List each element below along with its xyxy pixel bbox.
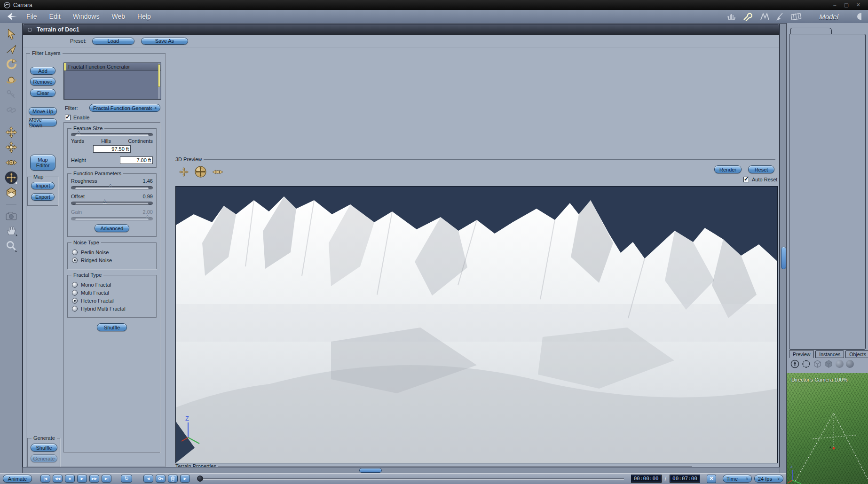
doc-titlebar[interactable]: Terrain of Doc1 [23, 24, 779, 35]
end-time-field[interactable]: 00:07:00 [670, 475, 700, 483]
h-splitter-handle[interactable] [359, 468, 382, 473]
panel-drawer-handle[interactable] [857, 13, 861, 20]
tab-preview[interactable]: Preview [789, 350, 814, 358]
move-dart-icon[interactable] [4, 42, 18, 56]
menu-windows[interactable]: Windows [73, 13, 100, 20]
track-camera-icon[interactable] [4, 171, 18, 185]
clear-layers-button[interactable]: Clear [30, 89, 55, 97]
scrubber-track[interactable] [197, 478, 624, 479]
select-arrow-icon[interactable] [4, 27, 18, 41]
fast-forward-button[interactable]: ▶▶ [89, 475, 99, 483]
enable-filter-checkbox[interactable] [65, 115, 71, 120]
shuffle-button[interactable]: Shuffle [97, 323, 127, 331]
reference-box-icon[interactable] [4, 186, 18, 200]
horizontal-splitter[interactable] [23, 467, 780, 473]
model-wrench-icon[interactable] [742, 12, 754, 21]
generate-button[interactable]: Generate [31, 454, 57, 462]
orbit-preview-icon[interactable] [178, 166, 189, 178]
close-timeline-icon[interactable]: ✕ [707, 475, 716, 483]
collapse-dot-icon[interactable] [28, 28, 32, 32]
render-brush-icon[interactable] [775, 12, 785, 21]
height-field[interactable]: 7.00 ft [120, 156, 153, 164]
add-keyframe-button[interactable] [156, 475, 166, 483]
time-scrubber[interactable] [197, 475, 624, 482]
map-export-button[interactable]: Export [31, 193, 55, 201]
bank-camera-icon[interactable] [4, 156, 18, 170]
mono-fractal-option[interactable]: Mono Fractal [72, 282, 152, 288]
loop-button[interactable]: ↻ [121, 475, 132, 483]
pan-camera-icon[interactable] [4, 125, 18, 140]
play-button[interactable]: ▶ [77, 475, 87, 483]
menu-web[interactable]: Web [111, 13, 125, 20]
remove-layer-button[interactable]: Remove [30, 78, 55, 86]
camera-up-icon[interactable] [790, 359, 799, 368]
filter-type-dropdown[interactable]: Fractal Function Generator » [89, 104, 160, 112]
next-key-button[interactable]: ▶ [180, 475, 190, 483]
vertical-splitter[interactable] [780, 24, 786, 473]
key-tool-icon[interactable] [4, 87, 18, 101]
ridged-noise-radio[interactable] [72, 258, 78, 263]
menu-edit[interactable]: Edit [49, 13, 61, 20]
orbit-mode-icon[interactable] [802, 359, 811, 368]
fps-dropdown[interactable]: 24 fps » [754, 475, 783, 483]
sequencer-film-icon[interactable] [790, 12, 802, 21]
hetero-fractal-radio[interactable] [72, 298, 78, 304]
auto-reset-checkbox[interactable] [743, 177, 749, 182]
zoom-preview-icon[interactable] [212, 168, 224, 176]
maximize-icon[interactable]: ▢ [844, 2, 848, 8]
pan-preview-icon[interactable] [194, 165, 207, 178]
advanced-button[interactable]: Advanced [95, 224, 129, 232]
map-editor-button[interactable]: Map Editor [30, 155, 55, 171]
mono-fractal-radio[interactable] [72, 282, 78, 288]
rotate-icon[interactable] [4, 57, 18, 71]
render-button[interactable]: Render [714, 165, 742, 173]
generate-shuffle-button[interactable]: Shuffle [31, 444, 57, 452]
scrubber-knob[interactable] [197, 476, 203, 482]
assemble-hand-icon[interactable] [726, 12, 737, 21]
move-up-button[interactable]: Move Up [29, 107, 57, 115]
move-down-button[interactable]: Move Down [29, 118, 57, 126]
camera-tool-icon[interactable] [4, 209, 18, 223]
close-icon[interactable]: ✕ [856, 2, 860, 8]
go-end-button[interactable]: ▶| [102, 475, 111, 483]
terrain-3d-viewport[interactable]: Z [175, 186, 778, 463]
preset-save-as-button[interactable]: Save As [141, 38, 188, 45]
menu-help[interactable]: Help [137, 13, 151, 20]
menu-file[interactable]: File [26, 13, 37, 20]
perlin-noise-radio[interactable] [72, 250, 78, 255]
previous-key-button[interactable]: ◀ [143, 475, 153, 483]
delete-keyframe-button[interactable] [168, 475, 178, 483]
add-layer-button[interactable]: Add [30, 67, 55, 75]
dolly-camera-icon[interactable] [4, 141, 18, 155]
scale-orbit-icon[interactable] [4, 72, 18, 86]
hand-tool-icon[interactable] [4, 224, 18, 238]
hybrid-multi-fractal-option[interactable]: Hybrid Multi Fractal [72, 306, 152, 312]
hybrid-multi-fractal-radio[interactable] [72, 306, 78, 312]
wireframe-cube-icon[interactable] [813, 359, 822, 368]
zoom-tool-icon[interactable] [4, 239, 18, 253]
tab-objects[interactable]: Objects [845, 350, 868, 358]
hetero-fractal-option[interactable]: Hetero Fractal [72, 298, 152, 304]
camera-preview[interactable]: Z Director's Camera 100% [787, 373, 868, 484]
layer-list-item[interactable]: Fractal Function Generator [64, 63, 161, 71]
perlin-noise-option[interactable]: Perlin Noise [72, 250, 152, 255]
animate-button[interactable]: Animate [3, 475, 32, 483]
minimize-icon[interactable]: – [833, 2, 836, 8]
roughness-slider[interactable]: △ [71, 186, 153, 189]
go-start-button[interactable]: |◀ [40, 475, 50, 483]
reset-button[interactable]: Reset [748, 165, 774, 173]
stop-button[interactable]: ■ [65, 475, 75, 483]
feature-size-field[interactable]: 97.50 ft [93, 145, 131, 153]
feature-size-slider[interactable]: △ [71, 133, 153, 136]
layer-list[interactable]: Fractal Function Generator [63, 62, 161, 100]
preset-load-button[interactable]: Load [92, 38, 134, 45]
map-import-button[interactable]: Import [31, 182, 55, 189]
multi-fractal-option[interactable]: Multi Fractal [72, 290, 152, 296]
rewind-button[interactable]: ◀◀ [53, 475, 63, 483]
offset-slider[interactable]: △ [71, 202, 153, 205]
current-time-field[interactable]: 00:00:00 [631, 475, 662, 483]
v-splitter-handle[interactable] [781, 247, 786, 269]
link-chain-icon[interactable] [4, 102, 18, 117]
time-mode-dropdown[interactable]: Time » [723, 475, 752, 483]
tab-instances[interactable]: Instances [815, 350, 844, 358]
